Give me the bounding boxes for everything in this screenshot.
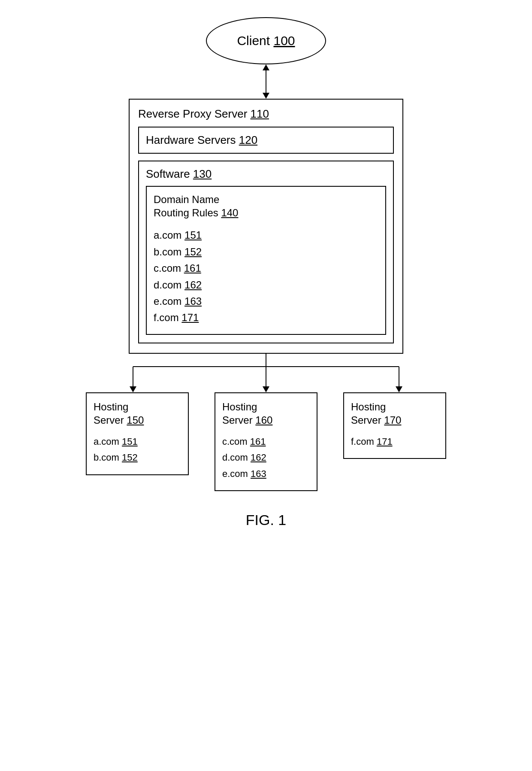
- routing-rules-box: Domain NameRouting Rules 140 a.com 151b.…: [146, 186, 386, 335]
- reverse-proxy-box: Reverse Proxy Server 110 Hardware Server…: [129, 99, 403, 354]
- client-proxy-arrow: [263, 64, 269, 99]
- domain-entry: d.com 162: [154, 277, 378, 293]
- svg-marker-6: [263, 386, 269, 392]
- hosting-server-title: HostingServer 150: [94, 400, 181, 427]
- hosting-server-box: HostingServer 170f.com 171: [343, 392, 446, 459]
- hardware-servers-box: Hardware Servers 120: [138, 127, 394, 154]
- proxy-to-hosting-arrows: [73, 354, 459, 392]
- reverse-proxy-title: Reverse Proxy Server 110: [138, 107, 394, 121]
- software-title: Software 130: [146, 167, 386, 181]
- hosting-server-title: HostingServer 160: [222, 400, 310, 427]
- arrowhead-down: [263, 93, 269, 99]
- hosting-domain-entry: e.com 163: [222, 466, 310, 482]
- routing-rules-domains: a.com 151b.com 152c.com 161d.com 162e.co…: [154, 227, 378, 326]
- arrows-svg: [73, 354, 459, 392]
- hardware-servers-title: Hardware Servers 120: [146, 134, 386, 147]
- svg-marker-7: [396, 386, 402, 392]
- hosting-server-box: HostingServer 150a.com 151b.com 152: [86, 392, 189, 475]
- hosting-server-title: HostingServer 170: [351, 400, 438, 427]
- domain-entry: b.com 152: [154, 244, 378, 260]
- routing-rules-title: Domain NameRouting Rules 140: [154, 193, 378, 219]
- figure-caption: FIG. 1: [246, 512, 286, 528]
- svg-marker-5: [130, 386, 136, 392]
- hosting-server-box: HostingServer 160c.com 161d.com 162e.com…: [215, 392, 317, 492]
- hosting-servers-row: HostingServer 150a.com 151b.com 152Hosti…: [56, 392, 476, 492]
- software-box: Software 130 Domain NameRouting Rules 14…: [138, 161, 394, 343]
- hosting-domain-entry: d.com 162: [222, 449, 310, 465]
- client-label: Client 100: [237, 33, 295, 48]
- diagram-container: Client 100 Reverse Proxy Server 110 Hard…: [0, 0, 532, 771]
- domain-entry: a.com 151: [154, 227, 378, 243]
- domain-entry: c.com 161: [154, 260, 378, 276]
- hosting-domain-entry: b.com 152: [94, 449, 181, 465]
- domain-entry: e.com 163: [154, 293, 378, 310]
- hosting-domain-entry: c.com 161: [222, 434, 310, 449]
- arrowhead-up: [263, 64, 269, 70]
- arrow-line: [266, 70, 266, 93]
- hosting-domain-entry: f.com 171: [351, 434, 438, 449]
- client-node: Client 100: [206, 17, 326, 64]
- hosting-domain-entry: a.com 151: [94, 434, 181, 449]
- domain-entry: f.com 171: [154, 310, 378, 326]
